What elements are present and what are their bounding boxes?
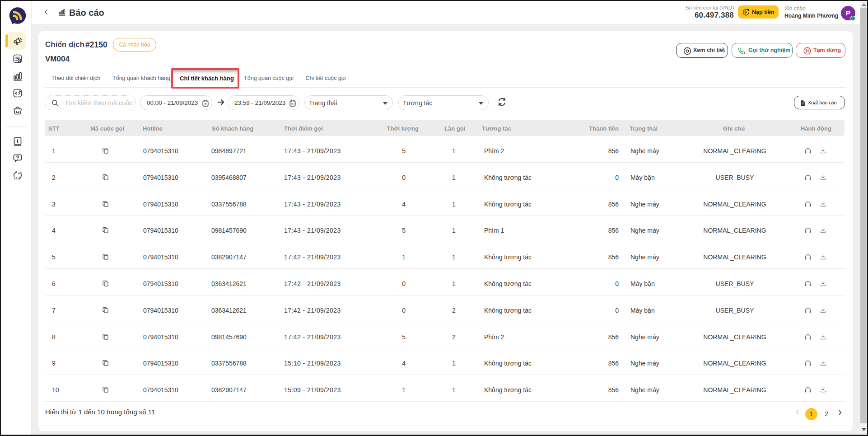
svg-text:$: $ xyxy=(744,10,747,14)
svg-text:v3: v3 xyxy=(18,172,22,175)
svg-text:v2: v2 xyxy=(14,177,18,180)
